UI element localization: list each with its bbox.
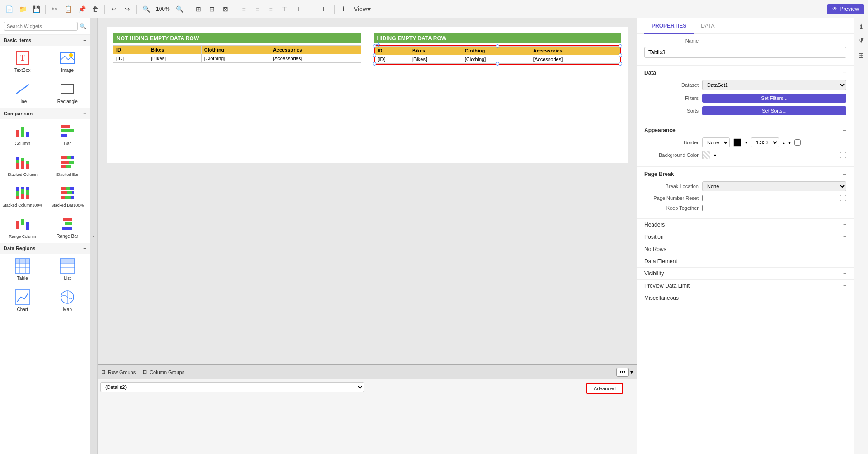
collapse-comparison-icon[interactable]: − <box>83 110 86 117</box>
align-btn4[interactable]: ⊤ <box>279 4 290 14</box>
cut-button[interactable]: ✂ <box>49 4 60 14</box>
expandable-section-miscellaneous[interactable]: Miscellaneous+ <box>637 292 854 304</box>
advanced-button[interactable]: Advanced <box>586 383 623 394</box>
widget-rectangle[interactable]: Rectangle <box>45 77 90 108</box>
border-size-select[interactable]: 1.333 <box>751 137 779 147</box>
handle-br[interactable] <box>619 62 622 66</box>
expandable-section-data-element[interactable]: Data Element+ <box>637 255 854 268</box>
data-collapse-button[interactable]: − <box>843 69 846 76</box>
view-dropdown[interactable]: View ▾ <box>352 4 372 14</box>
section-basic-label: Basic Items <box>4 38 31 43</box>
column-label: Column <box>15 141 30 146</box>
align-btn6[interactable]: ⊣ <box>306 4 317 14</box>
paste-button[interactable]: 📌 <box>76 4 87 14</box>
collapse-data-regions-icon[interactable]: − <box>83 245 86 251</box>
bg-color-swatch[interactable] <box>702 151 710 159</box>
sep5 <box>235 5 235 14</box>
align-btn2[interactable]: ≡ <box>252 4 263 14</box>
new-button[interactable]: 📄 <box>4 4 14 14</box>
open-button[interactable]: 📁 <box>17 4 28 14</box>
keep-together-checkbox[interactable] <box>702 205 708 211</box>
widget-stacked-bar[interactable]: Stacked Bar <box>45 150 90 181</box>
widget-textbox[interactable]: T TextBox <box>0 46 45 77</box>
border-style-select[interactable]: None <box>702 137 730 147</box>
tab-data[interactable]: DATA <box>694 18 722 34</box>
set-filters-button[interactable]: Set Filters... <box>702 94 846 103</box>
widget-range-bar[interactable]: Range Bar <box>45 212 90 243</box>
page-break-collapse-button[interactable]: − <box>843 170 846 178</box>
zoom-in-button[interactable]: 🔍 <box>174 4 185 14</box>
expandable-section-no-rows[interactable]: No Rows+ <box>637 243 854 255</box>
layout-btn1[interactable]: ⊞ <box>193 4 204 14</box>
dots-menu-button[interactable]: ••• <box>616 368 629 377</box>
redo-button[interactable]: ↪ <box>122 4 133 14</box>
line-label: Line <box>18 99 27 104</box>
tab-properties[interactable]: PROPERTIES <box>644 18 694 34</box>
copy-button[interactable]: 📋 <box>63 4 74 14</box>
expandable-section-preview-data-limit[interactable]: Preview Data Limit+ <box>637 280 854 292</box>
widget-table[interactable]: Table <box>0 254 45 285</box>
widget-list[interactable]: List <box>45 254 90 285</box>
save-button[interactable]: 💾 <box>31 4 42 14</box>
dataset-row: Dataset DataSet1 <box>644 80 846 90</box>
collapse-panel-button[interactable]: ▾ <box>630 369 633 375</box>
align-btn1[interactable]: ≡ <box>239 4 249 14</box>
handle-mr[interactable] <box>619 53 622 57</box>
handle-bl[interactable] <box>373 62 376 66</box>
dataset-select[interactable]: DataSet1 <box>702 80 846 90</box>
expandable-section-visibility[interactable]: Visibility+ <box>637 268 854 280</box>
preview-button[interactable]: 👁 Preview <box>827 4 864 14</box>
expandable-section-headers[interactable]: Headers+ <box>637 219 854 231</box>
svg-rect-26 <box>16 196 19 199</box>
handle-tc[interactable] <box>496 44 499 48</box>
name-input[interactable] <box>644 47 846 58</box>
widget-stacked-column[interactable]: Stacked Column <box>0 150 45 181</box>
data-section: Data − Dataset DataSet1 Filters Set Filt… <box>637 66 854 123</box>
delete-button[interactable]: 🗑 <box>90 4 101 14</box>
widget-stacked-column100[interactable]: Stacked Column100% <box>0 181 45 212</box>
handle-bc[interactable] <box>496 62 499 66</box>
widget-column[interactable]: Column <box>0 119 45 150</box>
layout-btn3[interactable]: ⊠ <box>220 4 231 14</box>
layers-panel-button[interactable]: ⊞ <box>855 49 868 61</box>
widget-bar[interactable]: Bar <box>45 119 90 150</box>
break-location-select[interactable]: None <box>702 181 846 191</box>
page-number-reset-checkbox2[interactable] <box>840 195 846 201</box>
align-btn3[interactable]: ≡ <box>266 4 277 14</box>
row-group-select[interactable]: (Details2) <box>100 382 364 392</box>
undo-button[interactable]: ↩ <box>108 4 119 14</box>
section-data-regions: Data Regions − <box>0 243 90 254</box>
appearance-collapse-button[interactable]: − <box>843 127 846 134</box>
handle-tr[interactable] <box>619 44 622 48</box>
col-groups-section: ⊟ Column Groups <box>143 369 184 375</box>
section-label: Visibility <box>644 270 664 277</box>
cell-id: [ID] <box>113 54 148 63</box>
info-panel-button[interactable]: ℹ <box>855 20 868 33</box>
filter-panel-button[interactable]: ⧩ <box>855 34 868 47</box>
widget-image[interactable]: Image <box>45 46 90 77</box>
widget-map[interactable]: Map <box>45 285 90 316</box>
svg-rect-42 <box>65 196 71 199</box>
set-sorts-button[interactable]: Set Sorts... <box>702 106 846 115</box>
page-number-reset-checkbox[interactable] <box>702 195 708 201</box>
textbox-icon: T <box>14 50 31 66</box>
sidebar-toggle[interactable]: ‹ <box>90 18 98 454</box>
widget-line[interactable]: Line <box>0 77 45 108</box>
widget-stacked-bar100[interactable]: Stacked Bar100% <box>45 181 90 212</box>
border-color-swatch[interactable] <box>733 138 741 147</box>
handle-tl[interactable] <box>373 44 376 48</box>
border-checkbox[interactable] <box>794 139 801 146</box>
collapse-basic-icon[interactable]: − <box>83 37 86 43</box>
handle-ml[interactable] <box>373 53 376 57</box>
info-button[interactable]: ℹ <box>338 4 349 14</box>
appearance-section: Appearance − Border None ▾ 1.333 ▴ ▾ Bac… <box>637 123 854 167</box>
widget-range-column[interactable]: Range Column <box>0 212 45 243</box>
layout-btn2[interactable]: ⊟ <box>206 4 217 14</box>
expandable-section-position[interactable]: Position+ <box>637 231 854 243</box>
zoom-out-button[interactable]: 🔍 <box>141 4 151 14</box>
widget-chart[interactable]: Chart <box>0 285 45 316</box>
background-checkbox[interactable] <box>840 152 846 158</box>
search-input[interactable] <box>4 22 78 31</box>
align-btn5[interactable]: ⊥ <box>293 4 304 14</box>
align-btn7[interactable]: ⊢ <box>320 4 331 14</box>
